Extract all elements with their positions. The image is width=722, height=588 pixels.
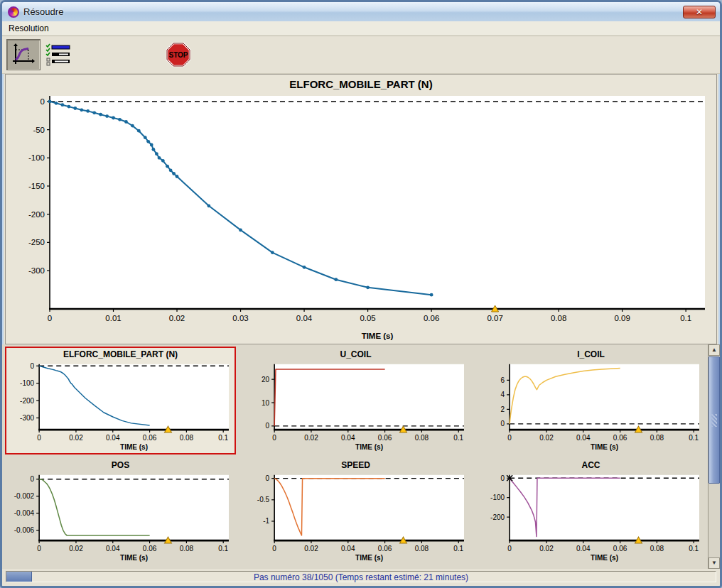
svg-text:0.04: 0.04 — [576, 545, 591, 552]
thumbnail-pos[interactable]: POS 0-0.002-0.004-0.00600.020.040.060.08… — [5, 457, 236, 565]
svg-text:0.08: 0.08 — [551, 314, 566, 322]
svg-text:0.08: 0.08 — [180, 545, 194, 552]
svg-text:20: 20 — [262, 376, 270, 383]
toolbar: STOP — [2, 36, 720, 74]
svg-text:TIME (s): TIME (s) — [362, 332, 394, 340]
svg-text:0.04: 0.04 — [296, 314, 313, 322]
svg-text:0.1: 0.1 — [689, 434, 699, 442]
svg-text:-100: -100 — [28, 153, 45, 162]
svg-text:0.08: 0.08 — [180, 434, 194, 442]
scrollbar-up-button[interactable]: ▲ — [708, 344, 720, 356]
svg-text:0.01: 0.01 — [105, 314, 121, 322]
close-button[interactable]: ✕ — [683, 6, 716, 18]
svg-text:0: 0 — [272, 545, 276, 552]
arrow-up-icon: ▲ — [711, 347, 717, 353]
svg-text:0.04: 0.04 — [576, 434, 591, 442]
thumbnail-speed[interactable]: SPEED 0-0.5-100.020.040.060.080.1TIME (s… — [240, 457, 471, 565]
arrow-down-icon: ▼ — [711, 560, 717, 566]
svg-text:4: 4 — [501, 391, 505, 398]
main-chart: 0-50-100-150-200-250-30000.010.020.030.0… — [6, 92, 716, 342]
curve-display-button[interactable] — [6, 39, 41, 70]
thumbnail-title: POS — [112, 459, 129, 471]
svg-text:-250: -250 — [28, 238, 45, 246]
svg-text:2: 2 — [501, 405, 505, 413]
svg-text:0.04: 0.04 — [341, 545, 355, 552]
svg-text:6: 6 — [501, 376, 505, 384]
scrollbar-grip — [711, 414, 717, 427]
svg-text:-200: -200 — [20, 397, 34, 405]
svg-text:0.08: 0.08 — [415, 434, 429, 442]
resolve-window: Résoudre ✕ Resolution — [0, 0, 722, 588]
svg-text:0.06: 0.06 — [143, 434, 157, 442]
svg-text:-1: -1 — [263, 517, 269, 525]
titlebar: Résoudre ✕ — [2, 2, 720, 21]
svg-text:0: 0 — [266, 422, 270, 430]
svg-text:0.02: 0.02 — [69, 545, 83, 552]
svg-text:TIME (s): TIME (s) — [591, 554, 618, 562]
thumbnail-u-coil[interactable]: U_COIL 0102000.020.040.060.080.1TIME (s) — [240, 347, 471, 454]
svg-text:0: 0 — [507, 434, 512, 442]
stop-button[interactable]: STOP — [161, 39, 195, 70]
status-text: Pas numéro 38/1050 (Temps restant estimé… — [6, 572, 716, 582]
main-chart-panel: ELFORC_MOBILE_PART (N) 0-50-100-150-200-… — [5, 74, 717, 344]
svg-text:0: 0 — [48, 314, 52, 322]
thumbnails-grid: ELFORC_MOBILE_PART (N) 0-100-200-30000.0… — [2, 344, 708, 569]
main-chart-title: ELFORC_MOBILE_PART (N) — [6, 75, 716, 92]
svg-text:TIME (s): TIME (s) — [120, 443, 148, 451]
thumbnail-title: ACC — [582, 459, 600, 471]
svg-text:0.02: 0.02 — [539, 545, 554, 552]
close-icon: ✕ — [696, 7, 703, 17]
thumbnail-i-coil[interactable]: I_COIL 024600.020.040.060.080.1TIME (s) — [475, 347, 706, 454]
flux-swirl-icon — [8, 6, 19, 18]
scrollbar-thumb[interactable] — [708, 356, 720, 484]
svg-text:0.08: 0.08 — [650, 545, 664, 552]
svg-text:0.1: 0.1 — [689, 545, 699, 552]
svg-text:-0.002: -0.002 — [14, 492, 35, 500]
svg-text:-300: -300 — [20, 414, 34, 422]
svg-text:0.04: 0.04 — [106, 434, 120, 442]
svg-text:0: 0 — [37, 545, 41, 552]
svg-text:0.06: 0.06 — [613, 545, 627, 552]
thumbnail-acc[interactable]: ACC 0-100-20000.020.040.060.080.1TIME (s… — [475, 457, 706, 565]
scrollbar-track[interactable] — [708, 356, 720, 557]
stop-sign-icon: STOP — [166, 42, 191, 67]
svg-text:-200: -200 — [28, 210, 45, 219]
scrollbar-down-button[interactable]: ▼ — [708, 557, 720, 569]
svg-text:-150: -150 — [28, 182, 45, 190]
svg-text:0: 0 — [41, 97, 45, 106]
thumbnail-title: ELFORC_MOBILE_PART (N) — [63, 348, 178, 360]
svg-text:0.1: 0.1 — [218, 545, 228, 552]
svg-text:TIME (s): TIME (s) — [120, 554, 148, 562]
svg-text:0.04: 0.04 — [341, 434, 355, 442]
thumbnail-chart-u-coil: 0102000.020.040.060.080.1TIME (s) — [242, 360, 470, 453]
solver-checklist-icon — [45, 43, 70, 67]
menubar: Resolution — [2, 21, 720, 36]
svg-text:-100: -100 — [490, 494, 505, 501]
thumbnail-title: SPEED — [341, 459, 370, 471]
thumbnail-chart-elforc: 0-100-200-30000.020.040.060.080.1TIME (s… — [6, 360, 235, 453]
svg-text:0.09: 0.09 — [614, 314, 630, 322]
thumbnail-chart-i-coil: 024600.020.040.060.080.1TIME (s) — [477, 360, 705, 453]
svg-text:0: 0 — [501, 474, 505, 482]
svg-text:0.1: 0.1 — [453, 545, 463, 552]
svg-text:0.04: 0.04 — [106, 545, 120, 552]
svg-text:0.06: 0.06 — [613, 434, 627, 442]
thumbnail-elforc-mobile-part[interactable]: ELFORC_MOBILE_PART (N) 0-100-200-30000.0… — [5, 347, 236, 454]
svg-text:-0.004: -0.004 — [14, 509, 35, 517]
svg-text:-100: -100 — [20, 379, 34, 387]
svg-text:0: 0 — [266, 474, 270, 482]
vertical-scrollbar: ▲ ▼ — [708, 344, 720, 569]
svg-text:0: 0 — [501, 420, 505, 428]
svg-text:-300: -300 — [28, 266, 45, 275]
svg-text:10: 10 — [262, 399, 270, 407]
statusbar: Pas numéro 38/1050 (Temps restant estimé… — [2, 569, 720, 586]
svg-text:0.08: 0.08 — [415, 545, 429, 552]
stop-label: STOP — [168, 51, 188, 59]
curve-plot-icon — [11, 43, 36, 67]
solver-steps-button[interactable] — [41, 39, 75, 70]
menu-item-resolution[interactable]: Resolution — [4, 22, 54, 35]
svg-text:0.05: 0.05 — [360, 314, 375, 322]
svg-text:-200: -200 — [490, 513, 505, 521]
svg-text:0.06: 0.06 — [143, 545, 157, 552]
svg-text:0: 0 — [37, 434, 41, 442]
